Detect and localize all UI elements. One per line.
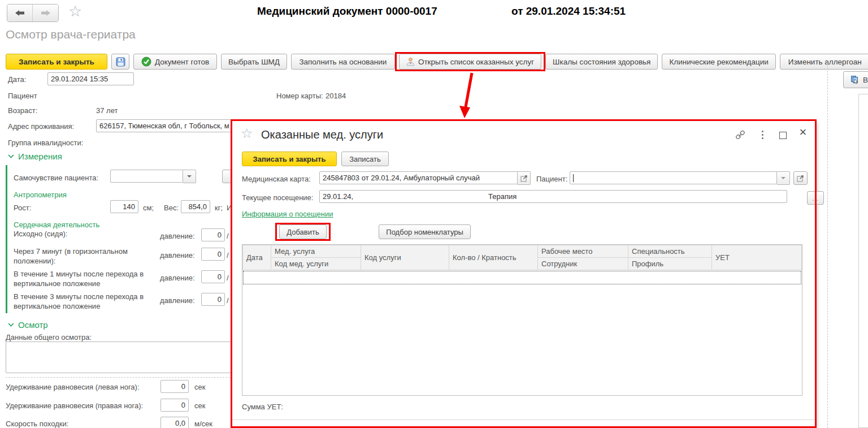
copy-link-icon[interactable] <box>734 129 747 141</box>
address-input[interactable]: 626157, Тюменская обл, г Тобольск, м <box>96 119 238 132</box>
pressure-label: давление: <box>160 251 195 260</box>
med-card-field[interactable]: 245847803 от 29.01.24, Амбулаторный случ… <box>319 171 531 185</box>
height-label: Рост: <box>14 204 31 212</box>
maximize-icon[interactable] <box>776 129 789 141</box>
wellbeing-value[interactable] <box>110 170 183 183</box>
save-button[interactable] <box>111 54 129 70</box>
col-uet[interactable]: УЕТ <box>712 245 802 270</box>
dialog-patient-combobox[interactable] <box>570 171 790 185</box>
fill-on-basis-button[interactable]: Заполнить на основании <box>291 54 395 70</box>
save-close-button[interactable]: Записать и закрыть <box>6 54 107 70</box>
page-title: Медицинский документ 0000-0017 <box>257 5 437 18</box>
col-employee[interactable]: Сотрудник <box>538 258 628 270</box>
dialog-favorite-star-icon[interactable]: ☆ <box>241 126 253 141</box>
weight-input[interactable]: 854,0 <box>181 200 210 213</box>
choose-shmd-button[interactable]: Выбрать ШМД <box>221 54 287 70</box>
choose-right-label: Выбрат <box>863 76 868 84</box>
dialog-save-button[interactable]: Записать <box>341 152 389 166</box>
general-exam-textarea[interactable] <box>6 341 238 373</box>
card-number-value: 20184 <box>326 92 346 100</box>
section-exam[interactable]: Осмотр <box>8 320 48 330</box>
med-card-value[interactable]: 245847803 от 29.01.24, Амбулаторный случ… <box>319 171 518 184</box>
balance-left-unit: сек <box>194 383 205 391</box>
doctor-icon <box>406 57 415 66</box>
patient-dropdown-button[interactable] <box>777 171 790 185</box>
weight-label: Вес: <box>164 204 179 212</box>
right-list-panel <box>858 94 868 428</box>
dialog-patient-label: Пациент: <box>536 175 567 183</box>
document-ready-button[interactable]: Документ готов <box>133 54 217 70</box>
empty-active-row[interactable] <box>243 271 801 284</box>
col-workplace[interactable]: Рабочее место <box>538 245 628 258</box>
col-service-code[interactable]: Код мед. услуги <box>271 258 361 270</box>
age-value: 37 лет <box>96 106 118 115</box>
back-button[interactable] <box>7 5 33 21</box>
gait-speed-input[interactable]: 0,0 <box>160 417 189 428</box>
balance-right-label: Удерживание равновесия (правая нога): <box>6 401 143 410</box>
splitter[interactable] <box>827 62 828 428</box>
col-service[interactable]: Мед. услуга <box>271 245 361 258</box>
open-services-button[interactable]: Открыть список оказанных услуг <box>399 54 541 70</box>
cardiac-title: Сердечная деятельность <box>14 221 99 229</box>
pressure-label: давление: <box>160 296 195 305</box>
balance-left-input[interactable]: 0 <box>160 380 189 393</box>
col-date[interactable]: Дата <box>243 245 271 270</box>
dialog-footer-separator <box>232 420 815 420</box>
col-specialty[interactable]: Специальность <box>628 245 712 258</box>
bp-row-label: Через 7 минут (в горизонтальном положени… <box>14 247 160 266</box>
visit-info-link[interactable]: Информация о посещении <box>242 210 333 218</box>
general-exam-label: Данные общего осмотра: <box>6 333 92 341</box>
services-table: Дата Мед. услуга Код услуги Кол-во / Кра… <box>242 244 802 396</box>
section-measurements[interactable]: Измерения <box>8 152 62 161</box>
nomenclature-button[interactable]: Подбор номенклатуры <box>379 224 471 239</box>
close-icon[interactable]: × <box>797 126 809 139</box>
dialog-toolbar: Записать и закрыть Записать <box>242 152 389 166</box>
edit-allergy-button[interactable]: Изменить аллергоан <box>780 54 868 70</box>
forward-button[interactable] <box>33 5 58 21</box>
balance-left-label: Удерживание равновесия (левая нога): <box>6 383 140 391</box>
forward-arrow-icon <box>40 9 51 17</box>
check-circle-icon <box>141 57 151 67</box>
height-input[interactable]: 140 <box>110 200 138 213</box>
visit-field[interactable]: 29.01.24, Терапия <box>319 190 787 203</box>
col-qty[interactable]: Кол-во / Кратность <box>449 245 538 270</box>
gait-speed-unit: м/сек <box>194 420 212 428</box>
choose-right-button[interactable]: Выбрат <box>843 71 868 88</box>
visit-department: Терапия <box>488 192 517 201</box>
weight-unit: кг; <box>215 204 223 212</box>
visit-label: Текущее посещение: <box>242 193 313 202</box>
dialog-patient-value[interactable] <box>570 171 777 184</box>
visit-more-button[interactable]: ... <box>807 191 824 205</box>
separator-dashed <box>6 377 238 378</box>
gait-speed-label: Скорость походки: <box>6 420 68 428</box>
bp-input[interactable]: 0 <box>201 228 225 241</box>
wellbeing-dropdown-button[interactable] <box>183 170 196 183</box>
health-scales-button[interactable]: Шкалы состояния здоровья <box>545 54 658 70</box>
sum-uet-label: Сумма УЕТ: <box>242 403 283 411</box>
add-row-button[interactable]: Добавить <box>279 224 326 239</box>
col-profile[interactable]: Профиль <box>628 258 712 270</box>
more-menu-icon[interactable] <box>756 128 769 141</box>
card-number-label: Номер карты: <box>276 92 323 100</box>
page-title-date: от 29.01.2024 15:34:51 <box>511 5 626 18</box>
bp-input[interactable]: 0 <box>201 248 225 261</box>
wellbeing-label: Самочувствие пациента: <box>14 174 98 182</box>
clinical-recommendations-button[interactable]: Клинические рекомендации <box>662 54 775 70</box>
dialog-save-close-button[interactable]: Записать и закрыть <box>242 152 337 166</box>
chevron-down-icon <box>8 154 14 158</box>
favorite-star-icon[interactable]: ☆ <box>68 2 82 20</box>
col-code[interactable]: Код услуги <box>361 245 449 270</box>
open-icon <box>520 175 528 182</box>
section-measurements-title: Измерения <box>18 152 62 161</box>
open-patient-button[interactable] <box>793 171 808 185</box>
balance-right-input[interactable]: 0 <box>160 399 189 412</box>
disability-group-label: Группа инвалидности: <box>8 139 83 147</box>
open-card-button[interactable] <box>518 171 531 185</box>
bp-input[interactable]: 0 <box>201 270 225 283</box>
patient-label: Пациент <box>8 92 37 100</box>
wellbeing-combobox[interactable] <box>110 170 196 183</box>
date-input[interactable]: 29.01.2024 15:35 <box>47 72 134 85</box>
section-exam-title: Осмотр <box>18 320 48 330</box>
bp-input[interactable]: 0 <box>201 293 225 306</box>
clipped-control[interactable] <box>222 170 233 183</box>
